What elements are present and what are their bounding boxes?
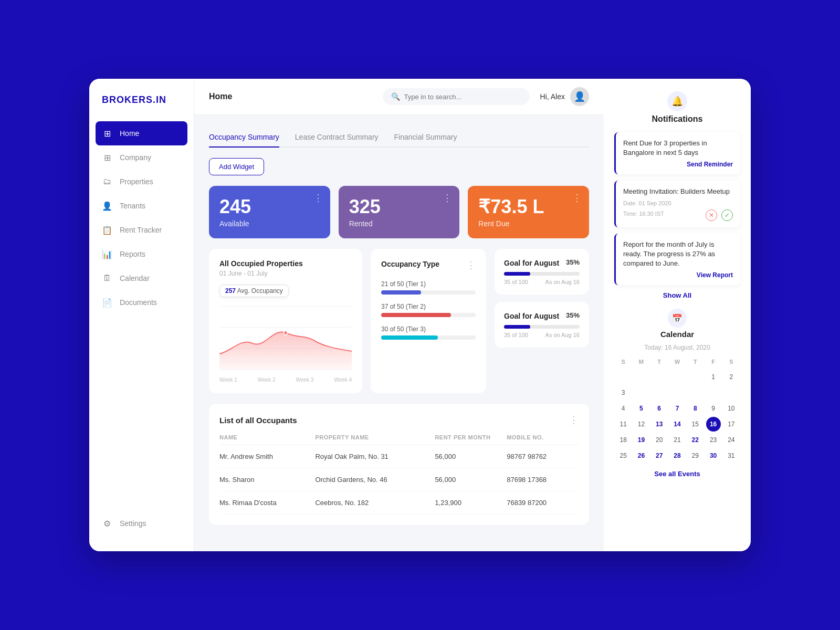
sidebar-item-calendar[interactable]: 🗓Calendar bbox=[89, 266, 194, 290]
calendar-day[interactable]: 25 bbox=[616, 448, 631, 463]
more-options-icon[interactable]: ⋮ bbox=[313, 192, 323, 204]
sidebar-item-documents[interactable]: 📄Documents bbox=[89, 290, 194, 314]
add-widget-button[interactable]: Add Widget bbox=[209, 158, 264, 175]
calendar-day[interactable]: 7 bbox=[670, 401, 685, 416]
calendar-day[interactable]: 15 bbox=[688, 417, 702, 432]
tab-occupancy[interactable]: Occupancy Summary bbox=[209, 128, 279, 148]
calendar-day[interactable]: 10 bbox=[724, 401, 739, 416]
sidebar-item-reports[interactable]: 📊Reports bbox=[89, 242, 194, 266]
calendar-day[interactable]: 28 bbox=[670, 448, 685, 463]
table-row: Ms. Rimaa D'costa Ceebros, No. 182 1,23,… bbox=[219, 491, 579, 514]
show-all-button[interactable]: Show All bbox=[614, 291, 740, 299]
calendar-day[interactable]: 31 bbox=[724, 448, 739, 463]
calendar-day[interactable]: 9 bbox=[706, 401, 721, 416]
cell-mobile: 98767 98762 bbox=[507, 453, 579, 460]
available-label: Available bbox=[219, 219, 320, 228]
tier3-item: 30 of 50 (Tier 3) bbox=[381, 326, 476, 340]
table-header: List of all Occupants ⋮ bbox=[219, 414, 579, 426]
calendar-day[interactable]: 6 bbox=[652, 401, 667, 416]
rent-tracker-icon: 📋 bbox=[102, 225, 112, 235]
see-all-events-button[interactable]: See all Events bbox=[614, 470, 740, 478]
cell-property: Orchid Gardens, No. 46 bbox=[315, 476, 435, 484]
view-report-button[interactable]: View Report bbox=[623, 271, 733, 279]
goal-card-1: Goal for August 35% 35 of 100As on Aug 1… bbox=[495, 249, 589, 295]
sidebar-item-label: Company bbox=[120, 153, 151, 162]
calendar-week: 18192021222324 bbox=[614, 432, 740, 448]
calendar-day[interactable]: 3 bbox=[616, 385, 631, 400]
add-widget-label: Add Widget bbox=[219, 163, 254, 171]
tab-lease[interactable]: Lease Contract Summary bbox=[295, 128, 379, 148]
calendar-day[interactable]: 22 bbox=[688, 433, 702, 447]
chart-x-labels: Week 1Week 2Week 3Week 4 bbox=[219, 377, 352, 383]
calendar-day[interactable]: 2 bbox=[724, 370, 739, 384]
tenants-icon: 👤 bbox=[102, 201, 112, 211]
tier1-label: 21 of 50 (Tier 1) bbox=[381, 280, 476, 288]
more-options-icon[interactable]: ⋮ bbox=[572, 192, 582, 204]
company-icon: ⊞ bbox=[102, 152, 112, 163]
sidebar-item-label: Reports bbox=[120, 250, 145, 258]
avatar: 👤 bbox=[570, 87, 589, 106]
calendar-day[interactable]: 11 bbox=[616, 417, 631, 432]
cell-rent: 56,000 bbox=[435, 453, 507, 460]
notif-meeting-date: Date: 01 Sep 2020 bbox=[623, 200, 733, 206]
calendar-day[interactable]: 19 bbox=[634, 433, 648, 447]
calendar-day[interactable]: 23 bbox=[706, 433, 721, 447]
calendar-day[interactable]: 18 bbox=[616, 433, 631, 447]
sidebar-item-properties[interactable]: 🗂Properties bbox=[89, 170, 194, 194]
tab-financial[interactable]: Financial Summary bbox=[394, 128, 457, 148]
more-options-icon[interactable]: ⋮ bbox=[443, 192, 452, 204]
chart-title: All Occupied Properties bbox=[219, 259, 352, 268]
calendar-day[interactable]: 21 bbox=[670, 433, 685, 447]
goal-card-2: Goal for August 35% 35 of 100As on Aug 1… bbox=[495, 302, 589, 348]
calendar-day[interactable]: 1 bbox=[706, 370, 721, 384]
calendar-day[interactable]: 16 bbox=[706, 417, 721, 432]
col-property: PROPERTY NAME bbox=[315, 434, 435, 440]
calendar-day[interactable]: 8 bbox=[688, 401, 702, 416]
sidebar-item-label: Calendar bbox=[120, 274, 150, 282]
sidebar-item-tenants[interactable]: 👤Tenants bbox=[89, 194, 194, 218]
table-more-icon[interactable]: ⋮ bbox=[569, 414, 579, 426]
search-input[interactable] bbox=[404, 93, 521, 101]
cell-rent: 56,000 bbox=[435, 476, 507, 484]
sidebar-item-home[interactable]: ⊞Home bbox=[96, 121, 187, 145]
calendar-week: 45678910 bbox=[614, 401, 740, 416]
calendar-day[interactable]: 26 bbox=[634, 448, 648, 463]
notif-rent-text: Rent Due for 3 properties in Bangalore i… bbox=[623, 139, 733, 158]
calendar-day[interactable]: 17 bbox=[724, 417, 739, 432]
calendar-icon: 📅 bbox=[668, 309, 687, 328]
tabs-container: Occupancy Summary Lease Contract Summary… bbox=[209, 128, 589, 148]
tier2-item: 37 of 50 (Tier 2) bbox=[381, 303, 476, 317]
notif-meeting-time: Time: 16:30 IST bbox=[623, 211, 664, 217]
app-container: BROKERS.IN ⊞Home⊞Company🗂Properties👤Tena… bbox=[89, 79, 751, 551]
calendar-day[interactable]: 20 bbox=[652, 433, 667, 447]
calendar-day[interactable]: 14 bbox=[670, 417, 685, 432]
calendar-day[interactable]: 4 bbox=[616, 401, 631, 416]
send-reminder-button[interactable]: Send Reminder bbox=[623, 161, 733, 168]
calendar-day[interactable]: 29 bbox=[688, 448, 702, 463]
calendar-day[interactable]: 24 bbox=[724, 433, 739, 447]
sidebar-item-label: Tenants bbox=[120, 202, 145, 210]
calendar-day[interactable]: 5 bbox=[634, 401, 648, 416]
content-area: Occupancy Summary Lease Contract Summary… bbox=[194, 115, 604, 551]
search-bar[interactable]: 🔍 bbox=[383, 88, 530, 105]
calendar-day[interactable]: 13 bbox=[652, 417, 667, 432]
sidebar-item-rent-tracker[interactable]: 📋Rent Tracker bbox=[89, 218, 194, 242]
cell-name: Ms. Sharon bbox=[219, 476, 315, 484]
search-icon: 🔍 bbox=[391, 92, 400, 101]
occ-type-more-icon[interactable]: ⋮ bbox=[466, 259, 476, 271]
sidebar-item-label: Properties bbox=[120, 177, 153, 186]
available-value: 245 bbox=[219, 196, 320, 217]
calendar-day[interactable]: 27 bbox=[652, 448, 667, 463]
decline-button[interactable]: ✕ bbox=[706, 209, 717, 221]
tier2-label: 37 of 50 (Tier 2) bbox=[381, 303, 476, 310]
sidebar-item-settings[interactable]: ⚙ Settings bbox=[89, 511, 194, 536]
calendar-day bbox=[688, 370, 702, 384]
bell-icon: 🔔 bbox=[667, 91, 687, 111]
occupied-properties-chart: All Occupied Properties 01 June - 01 Jul… bbox=[209, 249, 362, 393]
accept-button[interactable]: ✓ bbox=[721, 209, 733, 221]
calendar-day[interactable]: 30 bbox=[706, 448, 721, 463]
sidebar-item-company[interactable]: ⊞Company bbox=[89, 145, 194, 170]
charts-row: All Occupied Properties 01 June - 01 Jul… bbox=[209, 249, 589, 393]
calendar-day[interactable]: 12 bbox=[634, 417, 648, 432]
goal1-meta: 35 of 100As on Aug 16 bbox=[504, 279, 580, 285]
